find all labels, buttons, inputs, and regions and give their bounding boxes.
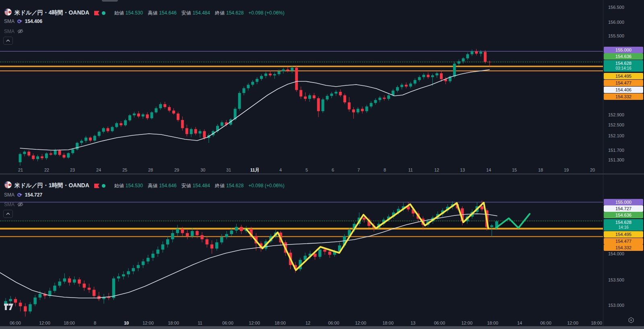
svg-text:29: 29 [174,168,179,172]
svg-text:153.000: 153.000 [608,303,624,308]
collapse-panel-button-1h[interactable] [3,210,13,218]
price-badge: 154.495 [604,73,643,79]
price-badge: 154.477 [604,238,643,244]
low-label: 安値 [182,182,191,189]
svg-text:28: 28 [148,168,153,172]
price-scale-border [603,0,603,326]
loading-spinner-icon: ⟳ [17,192,22,197]
svg-text:06:00: 06:00 [540,321,551,325]
open-value: 154.530 [126,183,143,188]
svg-text:13: 13 [411,321,415,325]
market-status-icon[interactable] [102,11,105,15]
open-value: 154.530 [126,10,143,16]
low-label: 安値 [182,10,191,17]
svg-text:12:00: 12:00 [142,321,154,325]
svg-text:18:00: 18:00 [591,321,602,325]
svg-text:5: 5 [305,168,308,172]
svg-text:11: 11 [408,168,413,172]
price-badge: 154.332 [604,93,643,100]
sma-value: 154.727 [25,192,42,198]
svg-text:31: 31 [226,168,231,172]
tradingview-logo[interactable] [3,302,14,313]
svg-text:152.500: 152.500 [608,122,624,127]
svg-text:156.000: 156.000 [608,20,624,25]
sma-indicator-row-1h[interactable]: SMA ⟳ 154.727 [4,192,42,198]
svg-text:12:00: 12:00 [461,321,473,325]
visibility-off-icon[interactable] [17,201,23,207]
price-badge: 154.477 [604,80,643,86]
candlestick-panel-1h[interactable]: 154.000153.500153.00006:0012:0018:008101… [0,173,644,329]
price-badge: 155.000 [604,199,643,205]
axis-settings-icon[interactable] [627,316,635,324]
collapse-panel-button-4h[interactable] [3,37,13,45]
svg-text:153.500: 153.500 [608,277,624,282]
close-value: 154.628 [226,183,244,188]
svg-text:156.500: 156.500 [608,5,624,10]
svg-text:11月: 11月 [250,168,260,172]
symbol-title-1h[interactable]: 米ドル／円・1時間・OANDA [14,182,89,189]
price-badge: 154.495 [604,231,643,238]
usdjpy-pair-flag-icon [4,181,12,190]
change-value: +0.098 (+0.06%) [248,10,284,16]
svg-text:18:00: 18:00 [168,321,179,325]
svg-text:25: 25 [122,168,127,172]
candlestick-panel-4h[interactable]: 156.500156.000155.500152.900152.500152.1… [0,0,644,173]
flagged-symbol-icon[interactable] [94,11,99,15]
svg-text:14: 14 [517,321,522,325]
svg-text:8: 8 [94,321,96,325]
svg-text:06:00: 06:00 [222,321,233,325]
sma-label: SMA [4,19,14,24]
svg-text:7: 7 [357,168,360,172]
flagged-symbol-icon[interactable] [94,184,99,188]
legend-4h: 米ドル／円・4時間・OANDA 始値 154.530 高値 154.646 安値… [4,8,285,18]
svg-text:18:00: 18:00 [487,321,498,325]
svg-text:20: 20 [590,168,595,172]
svg-text:10: 10 [124,321,129,325]
sma-label: SMA [4,192,14,198]
svg-text:22: 22 [44,168,49,172]
svg-text:155.500: 155.500 [608,33,624,38]
price-badge: 155.000 [604,47,643,53]
svg-text:11: 11 [198,321,202,325]
loading-spinner-icon: ⟳ [17,19,22,24]
close-value: 154.628 [226,10,244,16]
toolbar-handle[interactable] [102,0,118,2]
ohlc-row-1h: 始値 154.530 高値 154.646 安値 154.484 終値 154.… [111,182,285,189]
svg-text:12:00: 12:00 [39,321,50,325]
price-badge: 154.636 [604,53,643,60]
svg-text:18: 18 [538,168,543,172]
change-value: +0.098 (+0.06%) [248,183,284,188]
svg-text:21: 21 [18,168,23,172]
sma-hidden-row-4h[interactable]: SMA [4,28,23,34]
low-value: 154.484 [193,10,210,16]
svg-text:154.000: 154.000 [608,251,624,256]
low-value: 154.484 [193,183,210,188]
sma-value: 154.406 [25,19,42,24]
panel-divider[interactable] [0,174,644,174]
sma-hidden-row-1h[interactable]: SMA [4,201,23,207]
high-label: 高値 [148,10,157,17]
price-badge: 154.62814:16 [604,219,643,231]
svg-text:06:00: 06:00 [10,321,21,325]
price-badge: 154.636 [604,212,643,218]
svg-text:6: 6 [332,168,334,172]
close-label: 終値 [215,10,225,17]
svg-text:12:00: 12:00 [249,321,260,325]
svg-text:18:00: 18:00 [64,321,75,325]
svg-text:24: 24 [96,168,101,172]
market-status-icon[interactable] [102,184,105,188]
sma-indicator-row-4h[interactable]: SMA ⟳ 154.406 [4,19,42,24]
close-label: 終値 [215,182,225,189]
price-badge: 154.727 [604,205,643,212]
sma-hidden-label: SMA [4,202,14,207]
svg-text:13: 13 [460,168,465,172]
horizontal-scrollbar[interactable] [0,326,644,329]
open-label: 始値 [114,182,124,189]
high-value: 154.646 [159,10,176,16]
svg-text:14: 14 [486,168,491,172]
visibility-off-icon[interactable] [17,28,23,34]
high-value: 154.646 [159,183,176,188]
svg-text:06:00: 06:00 [434,321,445,325]
svg-text:30: 30 [200,168,205,172]
symbol-title-4h[interactable]: 米ドル／円・4時間・OANDA [14,9,89,17]
